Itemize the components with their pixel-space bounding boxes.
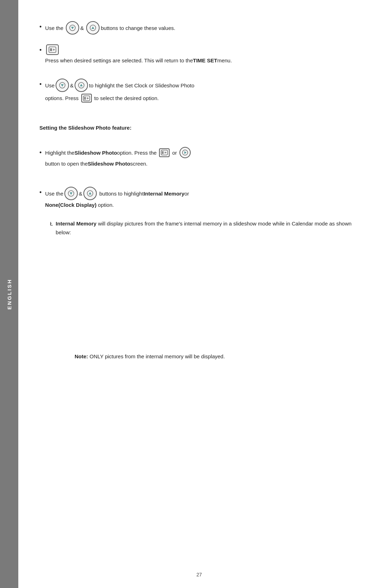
bullet4-prefix: Highlight the — [45, 148, 74, 157]
svg-rect-5 — [50, 48, 52, 51]
bullet-content-3: Use & — [45, 79, 355, 103]
bullet3-line1-middle: & — [70, 81, 74, 90]
down-arrow-icon-2 — [56, 79, 69, 92]
bullet2-bold: TIME SET — [193, 56, 217, 65]
bullet-item-4: • Highlight the Slideshow Photo option. … — [39, 147, 355, 168]
up-arrow-icon-1 — [86, 21, 100, 35]
page-wrapper: ENGLISH • Use the & — [0, 0, 380, 588]
sub-bullet-text: will display pictures from the frame's i… — [56, 221, 352, 235]
bullet4-bold1: Slideshow Photo — [75, 148, 117, 157]
bullet5-or: or — [184, 189, 189, 198]
note-content: Note: ONLY pictures from the internal me… — [75, 352, 355, 361]
up-arrow-icon-2 — [75, 79, 88, 92]
bullet-dot-2: • — [39, 45, 42, 55]
bullet4-line2-prefix: button to open the — [45, 159, 88, 168]
bullet5-prefix: Use the — [45, 189, 63, 198]
down-arrow-icon-3 — [64, 187, 78, 200]
bullet5-suffix: buttons to highlight — [99, 189, 144, 198]
bullet1-middle: & — [80, 23, 84, 33]
sidebar: ENGLISH — [0, 0, 18, 588]
bullet-dot-4: • — [39, 148, 42, 158]
sub-bullet-item-1: Ł Internal Memory will display pictures … — [50, 219, 355, 237]
right-arrow-icon-1 — [179, 147, 191, 158]
note-item: Note: ONLY pictures from the internal me… — [39, 352, 355, 361]
bullet2-suffix: when desired settings are selected. This… — [60, 56, 193, 65]
section-heading: Setting the Slideshow Photo feature: — [39, 125, 355, 131]
bullet-dot-1: • — [39, 22, 42, 32]
bullet-item-2: • Press when desired settings are select… — [39, 44, 355, 65]
bullet5-middle: & — [79, 189, 82, 198]
bullet4-middle: option. Press the — [117, 148, 157, 157]
svg-rect-12 — [84, 97, 86, 100]
bullet-item-5: • Use the & — [39, 187, 355, 210]
note-bold: Note: — [75, 353, 88, 359]
bullet2-suffix2: menu. — [217, 56, 232, 65]
sub-bullet-content: Internal Memory will display pictures fr… — [56, 219, 355, 237]
bullet3-line1-prefix: Use — [45, 81, 55, 90]
bullet5-bold1: Internal Memory — [144, 189, 184, 198]
bullet-item-3: • Use & — [39, 79, 355, 103]
bullet3-line2-prefix: options. Press — [45, 93, 78, 103]
bullet-item-1: • Use the & — [39, 21, 355, 35]
bullet1-prefix: Use the — [45, 23, 63, 33]
sub-bullet-symbol: Ł — [50, 219, 53, 228]
bullet5-line2-bold: None(Clock Display) — [45, 202, 96, 208]
page-number: 27 — [196, 572, 202, 577]
bullet3-line2-suffix: to select the desired option. — [94, 93, 159, 103]
play-pause-icon-1 — [46, 44, 59, 55]
bullet4-line2-suffix: screen. — [130, 159, 147, 168]
image-placeholder-area — [39, 243, 355, 342]
bullet-content-2: Press when desired settings are selected… — [45, 44, 355, 65]
sidebar-language-label: ENGLISH — [6, 279, 12, 310]
bullet-dot-5: • — [39, 187, 42, 198]
svg-rect-15 — [162, 151, 164, 154]
bullet-content-4: Highlight the Slideshow Photo option. Pr… — [45, 147, 355, 168]
bullet-content-1: Use the & — [45, 21, 355, 35]
bullet-dot-3: • — [39, 79, 42, 89]
down-arrow-icon-1 — [66, 21, 79, 35]
bullet4-bold2: Slideshow Photo — [88, 159, 130, 168]
bullet1-suffix: buttons to change these values. — [101, 23, 175, 33]
bullet5-line2-suffix: option. — [98, 202, 114, 208]
bullet4-or: or — [172, 148, 177, 157]
play-pause-icon-3 — [159, 148, 170, 157]
bullet3-line1-suffix: to highlight the Set Clock or Slideshow … — [89, 81, 194, 90]
bullet2-prefix: Press — [45, 56, 58, 65]
up-arrow-icon-3 — [83, 187, 97, 200]
note-text: ONLY pictures from the internal memory w… — [90, 353, 225, 359]
play-pause-icon-2 — [81, 94, 92, 103]
main-content: • Use the & — [18, 0, 380, 588]
bullet-content-5: Use the & — [45, 187, 355, 210]
sub-bullet-bold: Internal Memory — [56, 221, 96, 227]
